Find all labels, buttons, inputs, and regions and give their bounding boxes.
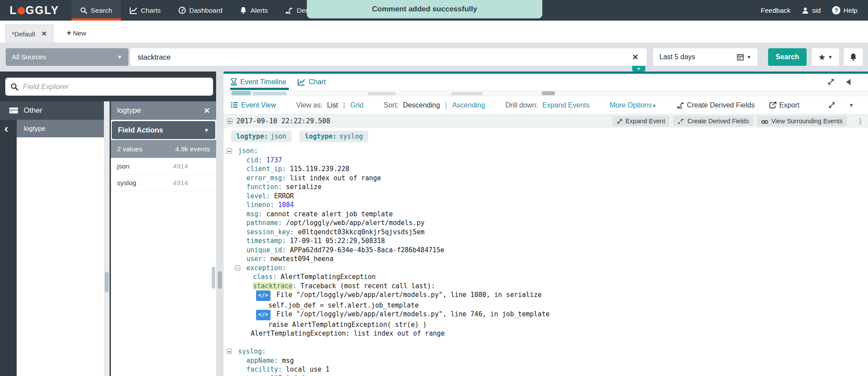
nav-item-alerts[interactable]: Alerts bbox=[231, 0, 277, 21]
sort-descending[interactable]: Descending bbox=[403, 101, 440, 109]
log-key: client_ip bbox=[246, 165, 282, 173]
view-surrounding-events-button[interactable]: View Surrounding Events bbox=[757, 116, 847, 126]
feedback-label: Feedback bbox=[761, 7, 790, 14]
collapse-event-icon[interactable] bbox=[227, 118, 232, 124]
search-query-input[interactable] bbox=[130, 48, 647, 66]
panel-scrollbar[interactable] bbox=[212, 121, 215, 376]
event-header-row[interactable]: 2017-09-10 22:22:29.508 Expand Event Cre… bbox=[224, 115, 868, 128]
log-colon: : bbox=[282, 165, 290, 173]
user-menu[interactable]: sid bbox=[802, 7, 821, 14]
field-value-row-syslog[interactable]: syslog 4914 bbox=[111, 175, 216, 191]
histogram-bar bbox=[231, 91, 251, 95]
field-summary-row: 2 values 4.9k events bbox=[111, 140, 216, 158]
new-tab-button[interactable]: + New bbox=[67, 29, 86, 38]
help-menu[interactable]: ? Help bbox=[832, 6, 857, 14]
main-scroll-gutter[interactable] bbox=[216, 72, 224, 376]
search-bar: All Sources ▼ ✕ Last 5 days ▼ Search ★ ▼… bbox=[0, 43, 868, 72]
field-explorer-input[interactable] bbox=[23, 82, 208, 91]
field-list-scrollbar[interactable] bbox=[104, 101, 110, 376]
code-icon[interactable]: </> bbox=[256, 310, 270, 320]
bell-icon bbox=[240, 7, 247, 14]
collapse-toggle-icon[interactable] bbox=[235, 265, 240, 271]
expand-all-icon[interactable] bbox=[828, 101, 836, 109]
log-line: exception: bbox=[224, 264, 868, 273]
scrollbar-thumb[interactable] bbox=[218, 271, 222, 289]
timeline-expand-tab[interactable]: ▼ bbox=[632, 66, 645, 72]
field-actions-dropdown[interactable]: Field Actions ▼ bbox=[112, 121, 215, 139]
collapsed-timeline-histogram[interactable] bbox=[224, 90, 868, 96]
clear-query-icon[interactable]: ✕ bbox=[632, 53, 638, 62]
log-value: serialize bbox=[286, 183, 321, 191]
expand-event-button[interactable]: Expand Event bbox=[612, 116, 669, 126]
log-colon: : bbox=[282, 246, 290, 254]
results-toolbar: Event View View as: List | Grid Sort: De… bbox=[224, 96, 868, 115]
field-group-column: Other ‹ logtype bbox=[0, 101, 104, 376]
log-value: cannot create alert job template bbox=[266, 210, 393, 218]
search-button[interactable]: Search bbox=[768, 48, 807, 66]
scrollbar-thumb[interactable] bbox=[212, 267, 215, 289]
view-as-grid[interactable]: Grid bbox=[350, 101, 363, 109]
histogram-scroll-thumb[interactable] bbox=[542, 91, 555, 95]
results-panel: Event Timeline Chart Event View View as:… bbox=[224, 72, 868, 376]
collapse-panel-icon[interactable] bbox=[846, 79, 850, 85]
user-icon bbox=[802, 7, 809, 14]
create-derived-label: Create Derived Fields bbox=[687, 101, 755, 109]
expand-events-link[interactable]: Expand Events bbox=[542, 101, 590, 109]
scrollbar-thumb[interactable] bbox=[105, 272, 109, 292]
log-value: e0ltqendct03kkcq0nkjr5qjvsdsj5em bbox=[298, 228, 424, 236]
create-derived-fields-button[interactable]: Create Derived Fields bbox=[677, 101, 755, 109]
view-surrounding-label: View Surrounding Events bbox=[771, 118, 843, 125]
sort-label: Sort: bbox=[384, 101, 398, 109]
log-key: level bbox=[246, 192, 266, 200]
more-options-label: More Options bbox=[610, 101, 652, 109]
view-as-list[interactable]: List bbox=[327, 101, 338, 109]
export-button[interactable]: Export bbox=[769, 101, 799, 109]
event-timestamp: 2017-09-10 22:22:29.508 bbox=[236, 117, 331, 125]
tag-logtype-syslog[interactable]: logtype:syslog bbox=[299, 131, 368, 142]
collapse-left-icon[interactable]: ‹ bbox=[4, 121, 17, 136]
field-value-row-json[interactable]: json 4914 bbox=[111, 158, 216, 175]
nav-item-charts[interactable]: Charts bbox=[121, 0, 170, 21]
log-key: lineno bbox=[246, 201, 270, 209]
create-derived-fields-button[interactable]: Create Derived Fields bbox=[673, 116, 753, 126]
field-item-logtype[interactable]: logtype bbox=[17, 120, 104, 137]
collapse-toggle-icon[interactable] bbox=[227, 349, 232, 354]
panel-controls bbox=[827, 78, 868, 86]
more-options-dropdown[interactable]: More Options▼ bbox=[610, 101, 657, 109]
chevron-down-icon[interactable]: ▼ bbox=[849, 102, 854, 108]
field-group-other[interactable]: Other bbox=[0, 101, 104, 120]
log-line: error_msg: list index out of range bbox=[224, 174, 868, 183]
alert-bell-button[interactable] bbox=[844, 48, 863, 66]
expand-fullscreen-icon[interactable] bbox=[827, 78, 835, 86]
help-icon: ? bbox=[832, 6, 840, 14]
source-selector[interactable]: All Sources ▼ bbox=[6, 48, 128, 66]
tab-close-icon[interactable]: ✕ bbox=[41, 30, 47, 38]
saved-searches-button[interactable]: ★ ▼ bbox=[812, 48, 839, 66]
event-view-button[interactable]: Event View bbox=[231, 101, 276, 109]
tab-default[interactable]: *Default ✕ bbox=[5, 25, 53, 43]
log-colon: : bbox=[278, 365, 286, 373]
log-key: unique_id bbox=[246, 246, 282, 254]
close-icon[interactable]: ✕ bbox=[204, 106, 210, 115]
field-explorer-search[interactable] bbox=[5, 78, 213, 96]
nav-label: Search bbox=[91, 7, 112, 14]
log-colon: : bbox=[274, 357, 282, 365]
field-group-label: Other bbox=[24, 106, 43, 115]
chevron-down-icon: ▼ bbox=[652, 103, 657, 108]
sort-ascending[interactable]: Ascending bbox=[452, 101, 485, 109]
collapse-toggle-icon[interactable] bbox=[227, 148, 232, 154]
search-icon bbox=[11, 83, 18, 91]
time-range-picker[interactable]: Last 5 days ▼ bbox=[653, 48, 758, 66]
log-value: ERROR bbox=[274, 192, 294, 200]
view-as-label: View as: bbox=[296, 101, 323, 109]
nav-item-dashboard[interactable]: Dashboard bbox=[170, 0, 231, 21]
kebab-menu-icon[interactable]: ⋮ bbox=[857, 117, 864, 125]
feedback-link[interactable]: Feedback bbox=[761, 7, 790, 14]
code-icon[interactable]: </> bbox=[256, 290, 270, 301]
log-line: syslog: bbox=[224, 347, 868, 356]
tab-event-timeline[interactable]: Event Timeline bbox=[231, 74, 286, 90]
loggly-logo[interactable]: LGGLY bbox=[0, 0, 71, 21]
tag-logtype-json[interactable]: logtype:json bbox=[231, 131, 292, 142]
nav-item-search[interactable]: Search bbox=[71, 0, 121, 21]
tab-chart[interactable]: Chart bbox=[298, 74, 326, 90]
